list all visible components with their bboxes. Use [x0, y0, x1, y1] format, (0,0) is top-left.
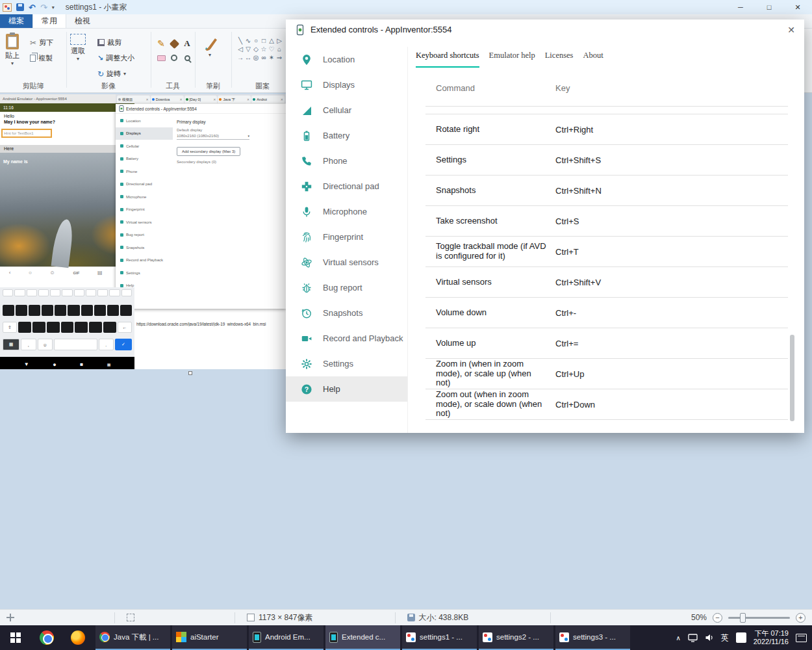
text-tool-icon[interactable]: A: [184, 38, 190, 49]
shape-icon[interactable]: →: [237, 54, 244, 61]
pencil-tool-icon[interactable]: ✎: [157, 38, 165, 49]
shape-icon[interactable]: ○: [254, 37, 258, 44]
gif-icon: GIF: [73, 271, 79, 275]
crop-button[interactable]: 裁剪: [97, 38, 121, 47]
zoom-slider-thumb[interactable]: [740, 613, 746, 623]
sidebar-item-settings[interactable]: Settings: [286, 351, 407, 376]
redo-icon[interactable]: ↷: [40, 3, 47, 12]
tab-keyboard-shortcuts[interactable]: Keyboard shortcuts: [416, 51, 479, 68]
sidebar-item-cellular[interactable]: Cellular: [286, 98, 407, 123]
shape-icon[interactable]: ∿: [246, 37, 251, 44]
sidebar-item-fingerprint[interactable]: Fingerprint: [286, 224, 407, 250]
taskbar-item-settings3[interactable]: settings3 - ...: [555, 625, 630, 650]
taskbar-item-aistarter[interactable]: aiStarter: [172, 625, 247, 650]
sidebar-item-phone[interactable]: Phone: [286, 148, 407, 174]
display-tray-icon[interactable]: [688, 634, 698, 642]
save-icon[interactable]: [16, 3, 24, 11]
partial-row: [425, 107, 788, 114]
shape-icon[interactable]: ⇒: [277, 54, 282, 61]
shape-icon[interactable]: □: [262, 37, 266, 44]
ime-icon[interactable]: [736, 632, 746, 643]
key-cell: Ctrl+Right: [555, 125, 788, 135]
brushes-dropdown-icon: ▾: [209, 53, 211, 57]
undo-icon[interactable]: ↶: [29, 3, 36, 12]
brushes-button[interactable]: ▾: [203, 35, 217, 57]
taskbar-chrome-button[interactable]: [31, 625, 62, 650]
shape-icon[interactable]: ╲: [238, 37, 242, 44]
sidebar-item-battery[interactable]: Battery: [286, 123, 407, 148]
taskbar-item-extended-controls[interactable]: Extended c...: [325, 625, 400, 650]
action-center-icon[interactable]: [796, 634, 807, 642]
tab-view[interactable]: 檢視: [66, 14, 99, 28]
shape-icon[interactable]: ▽: [246, 46, 251, 53]
tab-licenses[interactable]: Licenses: [545, 51, 574, 68]
zoom-out-button[interactable]: −: [713, 613, 722, 623]
magnifier-tool-icon[interactable]: [184, 55, 190, 61]
sidebar-item-label: Phone: [323, 156, 348, 166]
fill-tool-icon[interactable]: [169, 38, 179, 49]
sidebar-item-record-and-playback[interactable]: Record and Playback: [286, 326, 407, 351]
inner-browser-tab: [Day 0]✕: [184, 96, 218, 103]
color-picker-tool-icon[interactable]: [171, 55, 177, 61]
sidebar-item-directional-pad[interactable]: Directional pad: [286, 174, 407, 199]
shape-icon[interactable]: ⌂: [277, 46, 281, 53]
sidebar-item-snapshots[interactable]: Snapshots: [286, 300, 407, 326]
sidebar-item-displays[interactable]: Displays: [286, 72, 407, 98]
bug-report-icon: [300, 281, 313, 294]
taskbar-clock[interactable]: 下午 07:19 2022/11/16: [754, 629, 789, 646]
zoom-controls: 50% − +: [691, 613, 812, 623]
taskbar-item-android-emulator[interactable]: Android Em...: [249, 625, 324, 650]
sidebar-item-location[interactable]: Location: [286, 47, 407, 72]
close-button[interactable]: ✕: [783, 0, 812, 14]
table-scrollbar[interactable]: [790, 70, 794, 419]
clipboard-icon: ▤: [97, 270, 103, 276]
shape-icon[interactable]: ◇: [253, 46, 259, 53]
dialog-close-icon[interactable]: ✕: [787, 25, 795, 35]
scrollbar-thumb[interactable]: [790, 335, 794, 421]
taskbar-item-settings1[interactable]: settings1 - ...: [402, 625, 477, 650]
eraser-tool-icon[interactable]: [157, 55, 166, 61]
ime-language-indicator[interactable]: 英: [721, 632, 729, 644]
shape-icon[interactable]: ☆: [261, 46, 267, 53]
shape-icon[interactable]: ✶: [269, 54, 274, 61]
sidebar-item-virtual-sensors[interactable]: Virtual sensors: [286, 250, 407, 275]
shape-icon[interactable]: ▷: [277, 37, 282, 44]
resize-button[interactable]: ↘ 調整大小: [97, 53, 134, 63]
taskbar-item-java-download[interactable]: Java 下載 | ...: [95, 625, 170, 650]
paste-button[interactable]: 貼上 ▾: [5, 34, 19, 66]
minimize-button[interactable]: ─: [726, 0, 755, 14]
sidebar-item-microphone[interactable]: Microphone: [286, 199, 407, 224]
shape-icon[interactable]: ↔: [245, 54, 251, 61]
cut-button[interactable]: ✂ 剪下: [30, 38, 53, 47]
zoom-slider[interactable]: [728, 617, 790, 619]
sidebar-item-bug-report[interactable]: Bug report: [286, 275, 407, 300]
maximize-button[interactable]: □: [755, 0, 783, 14]
shape-icon[interactable]: ◎: [253, 54, 259, 61]
volume-tray-icon[interactable]: [705, 634, 714, 642]
quick-access-dropdown-icon[interactable]: ▾: [52, 5, 55, 10]
sidebar-item-label: Help: [323, 384, 340, 394]
tab-home[interactable]: 常用: [32, 14, 66, 28]
table-row: Virtual sensorsCtrl+Shift+V: [425, 267, 788, 298]
shape-icon[interactable]: ∞: [261, 54, 266, 61]
shape-icon[interactable]: ◁: [238, 46, 243, 53]
tab-emulator-help[interactable]: Emulator help: [489, 51, 535, 68]
tab-about[interactable]: About: [583, 51, 603, 68]
taskbar-item-settings2[interactable]: settings2 - ...: [479, 625, 553, 650]
dialog-title: Extended controls - AppInventor:5554: [311, 25, 452, 34]
shape-icon[interactable]: △: [269, 37, 274, 44]
copy-button[interactable]: 複製: [30, 53, 53, 63]
select-button[interactable]: 選取 ▾: [70, 34, 86, 61]
inner-sidebar-item: Cellular: [116, 140, 173, 153]
enter-key-icon: ✓: [115, 339, 132, 350]
canvas-resize-handle[interactable]: [188, 371, 192, 375]
nav-recents-icon: ■: [80, 361, 83, 367]
taskbar-firefox-button[interactable]: [62, 625, 94, 650]
shape-icon[interactable]: ♡: [269, 46, 275, 53]
rotate-button[interactable]: ↻ 旋轉 ▾: [97, 69, 126, 79]
tab-file[interactable]: 檔案: [0, 14, 32, 28]
start-button[interactable]: [0, 625, 31, 650]
tray-chevron-icon[interactable]: ∧: [676, 634, 680, 642]
sidebar-item-help[interactable]: ? Help: [286, 376, 407, 402]
zoom-in-button[interactable]: +: [796, 613, 806, 623]
